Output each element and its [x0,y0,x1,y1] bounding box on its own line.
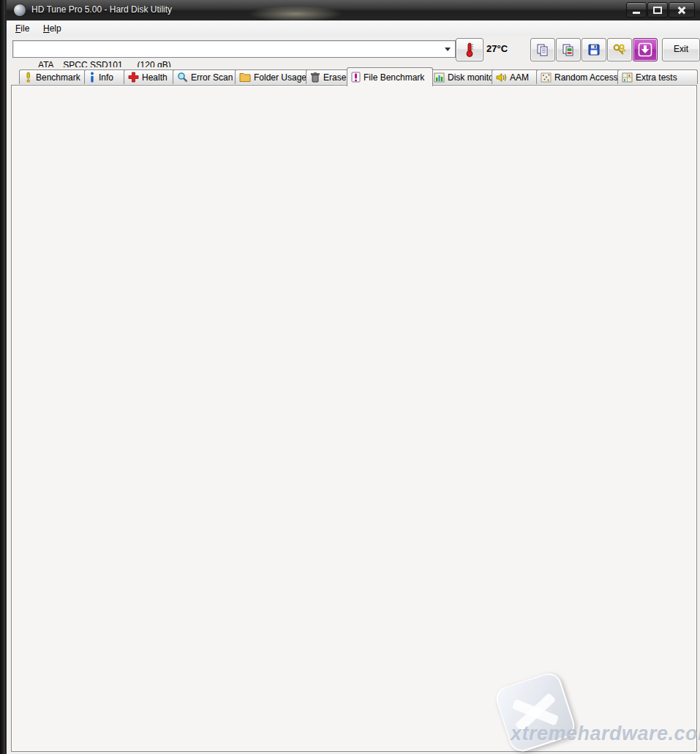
app-icon [14,4,26,16]
magnifier-icon [177,72,188,83]
menu-bar: File Help [7,20,700,37]
scatter-dots-icon [541,72,552,83]
tab-label: Info [99,72,113,83]
chevron-down-icon [445,48,451,54]
window-title: HD Tune Pro 5.00 - Hard Disk Utility [31,4,172,15]
toolbar: ATA SPCC SSD101 (120 gB) 27°C [7,37,700,67]
background-window-edge [0,0,6,754]
tab-label: File Benchmark [364,72,424,83]
file-benchmark-icon [351,72,361,83]
tab-label: Disk monitor [448,72,497,83]
download-arrow-icon [638,42,652,57]
file-benchmark-panel [11,85,697,752]
save-icon [587,43,601,56]
tab-benchmark[interactable]: Benchmark [19,69,86,84]
keys-icon [612,43,627,56]
title-bar: HD Tune Pro 5.00 - Hard Disk Utility [7,0,700,20]
minimize-button[interactable] [626,2,647,18]
screenshot-root: HD Tune Pro 5.00 - Hard Disk Utility Fil… [0,0,700,754]
tab-random-access[interactable]: Random Access [536,69,621,84]
titlebar-glow [248,6,343,22]
benchmark-icon [23,72,33,83]
copy-text-icon [536,43,549,56]
tab-disk-monitor[interactable]: Disk monitor [429,69,497,84]
minimize-icon [633,12,640,14]
copy-image-button[interactable] [556,38,581,61]
watermark: xtremehardware.com [511,723,700,745]
tab-label: Health [142,72,168,83]
options-button[interactable] [607,38,632,61]
health-cross-icon [128,72,139,83]
maximize-icon [653,7,662,14]
speaker-icon [496,72,507,83]
drive-select-combo[interactable]: ATA SPCC SSD101 (120 gB) [12,40,456,58]
exit-button[interactable]: Exit [662,38,700,61]
tab-label: Benchmark [36,72,80,83]
tab-health[interactable]: Health [124,69,176,84]
maximize-button[interactable] [647,2,668,18]
disk-monitor-icon [434,72,445,83]
save-button[interactable] [582,38,606,61]
temperature-button[interactable] [456,38,483,61]
tab-label: Erase [323,72,346,83]
tab-aam[interactable]: AAM [492,69,540,84]
download-button[interactable] [633,38,658,61]
tab-erase[interactable]: Erase [306,69,353,84]
tab-label: AAM [510,72,529,83]
copy-text-button[interactable] [530,38,555,61]
tab-error-scan[interactable]: Error Scan [173,69,238,84]
temperature-value: 27°C [486,43,508,54]
tab-info[interactable]: Info [84,69,127,84]
copy-image-icon [562,43,575,56]
menu-file[interactable]: File [12,23,32,34]
tab-file-benchmark[interactable]: File Benchmark [347,67,433,86]
menu-help[interactable]: Help [40,23,64,34]
tab-label: Random Access [554,72,618,83]
thermometer-icon [463,42,476,58]
tab-label: Error Scan [191,72,233,83]
trash-icon [310,72,320,83]
folder-icon [239,72,251,83]
app-window: HD Tune Pro 5.00 - Hard Disk Utility Fil… [6,0,700,754]
tab-label: Extra tests [636,72,677,83]
extra-tests-icon [622,72,633,83]
close-icon [669,3,694,17]
tab-extra-tests[interactable]: Extra tests [617,69,698,84]
close-button[interactable] [669,2,695,18]
tab-label: Folder Usage [254,72,306,83]
info-icon [89,72,96,83]
tab-folder-usage[interactable]: Folder Usage [235,69,309,84]
tab-bar: Benchmark Info Health Error Scan Folder … [7,67,700,86]
